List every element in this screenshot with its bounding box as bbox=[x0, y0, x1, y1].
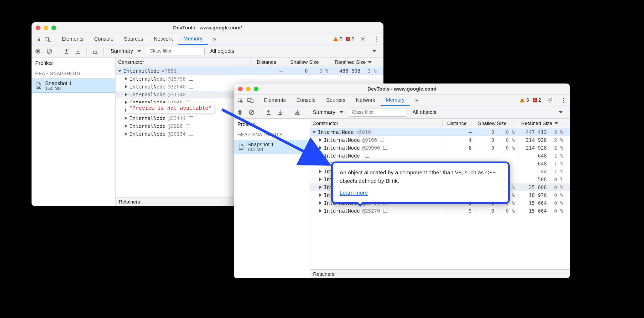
object-row[interactable]: InternalNode @29900 600 %214 9282 % bbox=[310, 144, 570, 152]
column-shallow-size[interactable]: Shallow Size bbox=[282, 59, 327, 65]
close-icon[interactable] bbox=[36, 25, 40, 30]
tab-elements[interactable]: Elements bbox=[56, 33, 89, 45]
minimize-icon[interactable] bbox=[44, 25, 48, 30]
preview-tooltip: "Preview is not available" bbox=[126, 103, 215, 113]
object-row[interactable]: InternalNode 6481 % bbox=[310, 152, 570, 160]
error-square-icon: ! bbox=[346, 37, 350, 41]
object-row[interactable]: InternalNode @25270 900 %15 6640 % bbox=[310, 207, 570, 215]
settings-gear-icon[interactable] bbox=[358, 34, 368, 44]
profiles-label: Profiles bbox=[234, 119, 310, 130]
errors-counter[interactable]: × 2 bbox=[533, 97, 541, 103]
objects-selector[interactable]: All objects bbox=[208, 48, 381, 54]
object-preview-icon bbox=[189, 132, 193, 136]
sort-caret-icon bbox=[368, 61, 372, 63]
tab-network[interactable]: Network bbox=[148, 33, 178, 45]
errors-counter[interactable]: ! 3 bbox=[346, 36, 355, 42]
panel-tabbar: Elements Console Sources Network Memory … bbox=[234, 95, 570, 106]
tab-memory[interactable]: Memory bbox=[178, 33, 208, 45]
profiles-label: Profiles bbox=[32, 58, 115, 69]
caret-down-icon bbox=[340, 111, 343, 113]
svg-point-6 bbox=[376, 41, 377, 42]
titlebar[interactable]: DevTools - www.google.com/ bbox=[234, 84, 570, 95]
tab-memory[interactable]: Memory bbox=[381, 95, 410, 106]
tab-console[interactable]: Console bbox=[291, 95, 321, 106]
column-distance[interactable]: Distance bbox=[251, 59, 282, 65]
column-constructor[interactable]: Constructor bbox=[116, 59, 251, 65]
titlebar[interactable]: DevTools - www.google.com/ bbox=[32, 22, 383, 33]
svg-point-15 bbox=[549, 100, 550, 101]
view-selector[interactable]: Summary bbox=[310, 109, 346, 115]
error-square-icon: × bbox=[533, 98, 537, 102]
window-title: DevTools - www.google.com/ bbox=[234, 86, 570, 92]
object-row[interactable]: InternalNode @15798 bbox=[116, 75, 383, 83]
window-controls bbox=[238, 87, 258, 91]
object-preview-icon bbox=[383, 146, 387, 150]
snapshot-item[interactable]: Snapshot 1 13.3 MB bbox=[234, 140, 310, 154]
warning-triangle-icon bbox=[333, 37, 338, 41]
caret-down-icon bbox=[372, 50, 376, 52]
snapshot-file-icon bbox=[35, 82, 42, 89]
object-row[interactable]: InternalNode @9166 400 %214 9282 % bbox=[310, 136, 570, 144]
gc-broom-icon[interactable] bbox=[293, 108, 302, 117]
class-filter-input[interactable] bbox=[349, 108, 407, 117]
column-shallow-size[interactable]: Shallow Size bbox=[471, 121, 513, 126]
sort-caret-icon bbox=[554, 122, 558, 124]
gc-broom-icon[interactable] bbox=[91, 47, 99, 55]
panel-tabbar: Elements Console Sources Network Memory … bbox=[32, 33, 383, 45]
svg-rect-11 bbox=[38, 86, 40, 88]
group-row[interactable]: InternalNode ×7851–00 %486 6083 % bbox=[116, 67, 383, 75]
download-icon[interactable] bbox=[74, 47, 82, 55]
window-controls bbox=[36, 25, 56, 30]
kebab-menu-icon[interactable] bbox=[372, 34, 382, 44]
group-row[interactable]: InternalNode ×5010–00 %447 4123 % bbox=[310, 128, 570, 136]
clear-icon[interactable] bbox=[45, 47, 54, 55]
tabs-overflow-icon[interactable]: » bbox=[208, 33, 221, 45]
object-preview-icon bbox=[189, 85, 193, 88]
upload-icon[interactable] bbox=[264, 108, 273, 117]
view-selector[interactable]: Summary bbox=[108, 48, 144, 54]
record-icon[interactable] bbox=[34, 47, 42, 55]
svg-rect-14 bbox=[251, 99, 253, 102]
tab-elements[interactable]: Elements bbox=[259, 95, 291, 106]
column-retained-size[interactable]: Retained Size bbox=[513, 121, 566, 126]
retainers-section[interactable]: Retainers bbox=[310, 269, 570, 278]
internalnode-popover: An object allocated by a component other… bbox=[331, 161, 510, 204]
class-filter-input[interactable] bbox=[147, 47, 205, 55]
tab-sources[interactable]: Sources bbox=[321, 95, 351, 106]
tab-console[interactable]: Console bbox=[89, 33, 118, 45]
column-distance[interactable]: Distance bbox=[442, 121, 471, 126]
upload-icon[interactable] bbox=[62, 47, 71, 55]
kebab-menu-icon[interactable] bbox=[558, 95, 568, 105]
column-constructor[interactable]: Constructor bbox=[310, 121, 442, 126]
svg-rect-2 bbox=[49, 38, 51, 41]
download-icon[interactable] bbox=[276, 108, 284, 117]
object-preview-icon bbox=[189, 93, 193, 96]
tab-network[interactable]: Network bbox=[351, 95, 380, 106]
inspect-icon[interactable] bbox=[33, 34, 43, 44]
grid-header: Constructor Distance Shallow Size Retain… bbox=[310, 119, 570, 128]
svg-point-18 bbox=[563, 102, 564, 103]
snapshot-item[interactable]: Snapshot 1 16.0 MB bbox=[32, 79, 115, 93]
objects-selector[interactable]: All objects bbox=[410, 109, 568, 115]
memory-toolbar: Summary All objects bbox=[234, 106, 570, 119]
memory-toolbar: Summary All objects bbox=[32, 45, 383, 58]
tabs-overflow-icon[interactable]: » bbox=[410, 95, 423, 106]
settings-gear-icon[interactable] bbox=[545, 95, 555, 105]
learn-more-link[interactable]: Learn more bbox=[340, 189, 368, 197]
minimize-icon[interactable] bbox=[246, 87, 251, 91]
column-retained-size[interactable]: Retained Size bbox=[327, 59, 379, 65]
device-toggle-icon[interactable] bbox=[245, 95, 255, 105]
maximize-icon[interactable] bbox=[51, 25, 56, 30]
inspect-icon[interactable] bbox=[235, 95, 245, 105]
maximize-icon[interactable] bbox=[254, 87, 258, 91]
warnings-counter[interactable]: 6 bbox=[520, 97, 529, 103]
snapshot-file-icon bbox=[237, 143, 244, 150]
close-icon[interactable] bbox=[238, 87, 243, 91]
record-icon[interactable] bbox=[236, 108, 244, 117]
svg-point-8 bbox=[37, 50, 39, 53]
tab-sources[interactable]: Sources bbox=[119, 33, 148, 45]
object-preview-icon bbox=[380, 138, 384, 142]
device-toggle-icon[interactable] bbox=[43, 34, 53, 44]
clear-icon[interactable] bbox=[247, 108, 256, 117]
warnings-counter[interactable]: 3 bbox=[333, 36, 342, 42]
